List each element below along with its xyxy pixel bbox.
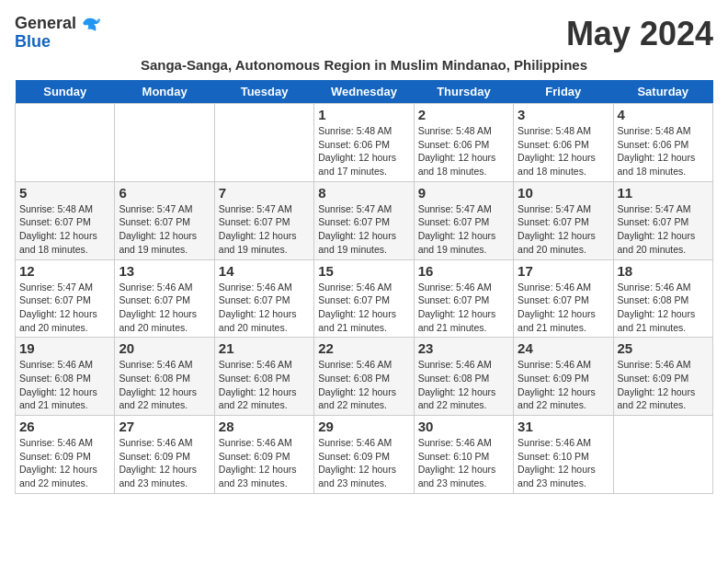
cell-info: Sunrise: 5:47 AM Sunset: 6:07 PM Dayligh… bbox=[219, 202, 310, 257]
date-number: 22 bbox=[318, 340, 409, 356]
cell-info: Sunrise: 5:46 AM Sunset: 6:07 PM Dayligh… bbox=[418, 281, 509, 335]
date-number: 3 bbox=[518, 107, 609, 122]
day-header-monday: Monday bbox=[115, 80, 214, 104]
calendar-cell: 20Sunrise: 5:46 AM Sunset: 6:08 PM Dayli… bbox=[115, 338, 214, 416]
calendar-cell: 22Sunrise: 5:46 AM Sunset: 6:08 PM Dayli… bbox=[314, 338, 414, 416]
calendar-cell: 28Sunrise: 5:46 AM Sunset: 6:09 PM Dayli… bbox=[214, 416, 313, 494]
cell-info: Sunrise: 5:46 AM Sunset: 6:10 PM Dayligh… bbox=[418, 436, 509, 490]
cell-info: Sunrise: 5:46 AM Sunset: 6:09 PM Dayligh… bbox=[119, 436, 210, 490]
cell-info: Sunrise: 5:48 AM Sunset: 6:07 PM Dayligh… bbox=[19, 202, 110, 257]
date-number: 27 bbox=[119, 419, 210, 434]
logo-blue: Blue bbox=[15, 33, 51, 52]
day-header-tuesday: Tuesday bbox=[214, 80, 313, 104]
day-header-friday: Friday bbox=[514, 80, 613, 104]
calendar-cell: 12Sunrise: 5:47 AM Sunset: 6:07 PM Dayli… bbox=[16, 259, 115, 338]
cell-info: Sunrise: 5:46 AM Sunset: 6:08 PM Dayligh… bbox=[618, 281, 709, 335]
cell-info: Sunrise: 5:48 AM Sunset: 6:06 PM Dayligh… bbox=[418, 124, 509, 178]
week-row-3: 19Sunrise: 5:46 AM Sunset: 6:08 PM Dayli… bbox=[16, 338, 713, 416]
cell-info: Sunrise: 5:46 AM Sunset: 6:08 PM Dayligh… bbox=[19, 358, 110, 412]
calendar-cell: 10Sunrise: 5:47 AM Sunset: 6:07 PM Dayli… bbox=[514, 181, 613, 259]
cell-info: Sunrise: 5:46 AM Sunset: 6:07 PM Dayligh… bbox=[219, 281, 310, 335]
calendar-cell: 15Sunrise: 5:46 AM Sunset: 6:07 PM Dayli… bbox=[314, 259, 414, 338]
date-number: 7 bbox=[219, 185, 310, 201]
cell-info: Sunrise: 5:46 AM Sunset: 6:07 PM Dayligh… bbox=[119, 281, 210, 335]
date-number: 16 bbox=[418, 263, 509, 279]
calendar-cell bbox=[613, 416, 712, 494]
date-number: 2 bbox=[418, 107, 509, 122]
date-number: 5 bbox=[19, 185, 110, 201]
cell-info: Sunrise: 5:47 AM Sunset: 6:07 PM Dayligh… bbox=[418, 202, 509, 257]
calendar-cell: 2Sunrise: 5:48 AM Sunset: 6:06 PM Daylig… bbox=[414, 104, 513, 182]
calendar-cell: 8Sunrise: 5:47 AM Sunset: 6:07 PM Daylig… bbox=[314, 181, 414, 259]
calendar-cell: 17Sunrise: 5:46 AM Sunset: 6:07 PM Dayli… bbox=[514, 259, 613, 338]
calendar-cell: 21Sunrise: 5:46 AM Sunset: 6:08 PM Dayli… bbox=[214, 338, 313, 416]
day-header-sunday: Sunday bbox=[16, 80, 115, 104]
date-number: 4 bbox=[618, 107, 709, 122]
cell-info: Sunrise: 5:48 AM Sunset: 6:06 PM Dayligh… bbox=[618, 124, 709, 178]
date-number: 28 bbox=[219, 419, 310, 434]
calendar-cell: 6Sunrise: 5:47 AM Sunset: 6:07 PM Daylig… bbox=[115, 181, 214, 259]
calendar-cell: 25Sunrise: 5:46 AM Sunset: 6:09 PM Dayli… bbox=[613, 338, 712, 416]
calendar-cell: 4Sunrise: 5:48 AM Sunset: 6:06 PM Daylig… bbox=[613, 104, 712, 182]
cell-info: Sunrise: 5:47 AM Sunset: 6:07 PM Dayligh… bbox=[318, 202, 409, 257]
cell-info: Sunrise: 5:46 AM Sunset: 6:08 PM Dayligh… bbox=[119, 358, 210, 412]
date-number: 9 bbox=[418, 185, 509, 201]
calendar-cell: 13Sunrise: 5:46 AM Sunset: 6:07 PM Dayli… bbox=[115, 259, 214, 338]
date-number: 29 bbox=[318, 419, 409, 434]
date-number: 20 bbox=[119, 340, 210, 356]
logo-general: General bbox=[15, 15, 76, 33]
cell-info: Sunrise: 5:47 AM Sunset: 6:07 PM Dayligh… bbox=[618, 202, 709, 257]
cell-info: Sunrise: 5:46 AM Sunset: 6:09 PM Dayligh… bbox=[219, 436, 310, 490]
day-header-thursday: Thursday bbox=[414, 80, 513, 104]
bird-icon bbox=[78, 15, 100, 33]
date-number: 11 bbox=[618, 185, 709, 201]
date-number: 30 bbox=[418, 419, 509, 434]
calendar-cell: 3Sunrise: 5:48 AM Sunset: 6:06 PM Daylig… bbox=[514, 104, 613, 182]
date-number: 15 bbox=[318, 263, 409, 279]
date-number: 8 bbox=[318, 185, 409, 201]
date-number: 10 bbox=[518, 185, 609, 201]
calendar-cell: 29Sunrise: 5:46 AM Sunset: 6:09 PM Dayli… bbox=[314, 416, 414, 494]
cell-info: Sunrise: 5:46 AM Sunset: 6:08 PM Dayligh… bbox=[418, 358, 509, 412]
cell-info: Sunrise: 5:48 AM Sunset: 6:06 PM Dayligh… bbox=[518, 124, 609, 178]
date-number: 19 bbox=[19, 340, 110, 356]
date-number: 14 bbox=[219, 263, 310, 279]
calendar-cell bbox=[16, 104, 115, 182]
week-row-2: 12Sunrise: 5:47 AM Sunset: 6:07 PM Dayli… bbox=[16, 259, 713, 338]
page-title: May 2024 bbox=[566, 15, 713, 53]
cell-info: Sunrise: 5:46 AM Sunset: 6:09 PM Dayligh… bbox=[19, 436, 110, 490]
calendar-cell: 27Sunrise: 5:46 AM Sunset: 6:09 PM Dayli… bbox=[115, 416, 214, 494]
calendar-cell: 7Sunrise: 5:47 AM Sunset: 6:07 PM Daylig… bbox=[214, 181, 313, 259]
calendar-cell: 31Sunrise: 5:46 AM Sunset: 6:10 PM Dayli… bbox=[514, 416, 613, 494]
calendar-cell: 23Sunrise: 5:46 AM Sunset: 6:08 PM Dayli… bbox=[414, 338, 513, 416]
cell-info: Sunrise: 5:46 AM Sunset: 6:07 PM Dayligh… bbox=[318, 281, 409, 335]
calendar-cell bbox=[214, 104, 313, 182]
day-header-wednesday: Wednesday bbox=[314, 80, 414, 104]
calendar-cell: 18Sunrise: 5:46 AM Sunset: 6:08 PM Dayli… bbox=[613, 259, 712, 338]
date-number: 13 bbox=[119, 263, 210, 279]
calendar-cell: 26Sunrise: 5:46 AM Sunset: 6:09 PM Dayli… bbox=[16, 416, 115, 494]
cell-info: Sunrise: 5:46 AM Sunset: 6:07 PM Dayligh… bbox=[518, 281, 609, 335]
cell-info: Sunrise: 5:46 AM Sunset: 6:09 PM Dayligh… bbox=[618, 358, 709, 412]
cell-info: Sunrise: 5:47 AM Sunset: 6:07 PM Dayligh… bbox=[119, 202, 210, 257]
date-number: 17 bbox=[518, 263, 609, 279]
week-row-1: 5Sunrise: 5:48 AM Sunset: 6:07 PM Daylig… bbox=[16, 181, 713, 259]
calendar-cell: 19Sunrise: 5:46 AM Sunset: 6:08 PM Dayli… bbox=[16, 338, 115, 416]
cell-info: Sunrise: 5:46 AM Sunset: 6:09 PM Dayligh… bbox=[318, 436, 409, 490]
calendar-cell: 9Sunrise: 5:47 AM Sunset: 6:07 PM Daylig… bbox=[414, 181, 513, 259]
calendar-cell: 30Sunrise: 5:46 AM Sunset: 6:10 PM Dayli… bbox=[414, 416, 513, 494]
calendar-cell: 14Sunrise: 5:46 AM Sunset: 6:07 PM Dayli… bbox=[214, 259, 313, 338]
date-number: 23 bbox=[418, 340, 509, 356]
date-number: 6 bbox=[119, 185, 210, 201]
cell-info: Sunrise: 5:46 AM Sunset: 6:08 PM Dayligh… bbox=[318, 358, 409, 412]
calendar-cell: 1Sunrise: 5:48 AM Sunset: 6:06 PM Daylig… bbox=[314, 104, 414, 182]
week-row-4: 26Sunrise: 5:46 AM Sunset: 6:09 PM Dayli… bbox=[16, 416, 713, 494]
calendar-cell bbox=[115, 104, 214, 182]
cell-info: Sunrise: 5:48 AM Sunset: 6:06 PM Dayligh… bbox=[318, 124, 409, 178]
date-number: 31 bbox=[518, 419, 609, 434]
date-number: 21 bbox=[219, 340, 310, 356]
day-header-saturday: Saturday bbox=[613, 80, 712, 104]
date-number: 1 bbox=[318, 107, 409, 122]
date-number: 24 bbox=[518, 340, 609, 356]
cell-info: Sunrise: 5:47 AM Sunset: 6:07 PM Dayligh… bbox=[19, 281, 110, 335]
